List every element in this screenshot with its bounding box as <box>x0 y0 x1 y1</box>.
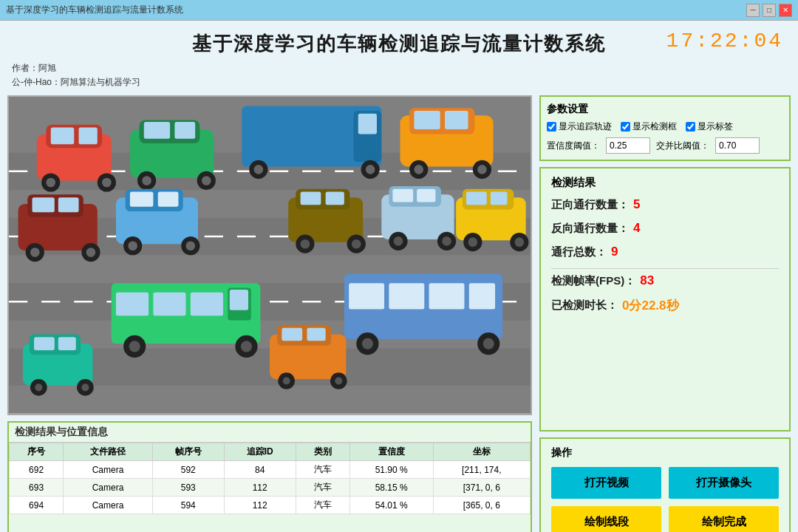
total-count-row: 通行总数： 9 <box>551 245 779 259</box>
svg-rect-33 <box>414 111 440 129</box>
cell-frame: 594 <box>152 497 224 514</box>
svg-point-23 <box>202 177 211 186</box>
right-panel: 参数设置 显示追踪轨迹 显示检测框 显示标签 <box>539 95 791 532</box>
divider <box>551 268 779 269</box>
svg-rect-56 <box>116 293 149 316</box>
open-video-button[interactable]: 打开视频 <box>551 467 661 499</box>
col-confidence: 置信度 <box>349 443 433 461</box>
svg-point-105 <box>442 236 451 246</box>
iou-input[interactable] <box>715 137 760 154</box>
table-header-row: 序号 文件路径 帧序号 追踪ID 类别 置信度 坐标 <box>10 443 531 461</box>
svg-rect-92 <box>301 192 321 205</box>
svg-rect-41 <box>33 198 55 213</box>
cell-path: Camera <box>64 497 153 514</box>
col-trackid: 追踪ID <box>224 443 296 461</box>
channel-line: 公-仲-Hao：阿旭算法与机器学习 <box>12 75 786 89</box>
col-frame: 帧序号 <box>152 443 224 461</box>
traffic-scene <box>9 97 531 414</box>
confidence-label: 置信度阈值： <box>547 140 600 152</box>
table-row: 694 Camera 594 112 汽车 54.01 % [365, 0, 6 <box>10 497 531 514</box>
maximize-button[interactable]: □ <box>763 4 776 17</box>
cell-trackid: 84 <box>224 461 296 479</box>
cell-path: Camera <box>64 461 153 479</box>
cell-frame: 593 <box>152 479 224 497</box>
reverse-count-value: 4 <box>633 221 640 236</box>
svg-point-103 <box>394 236 403 246</box>
cell-coords: [365, 0, 6 <box>433 497 530 514</box>
cell-path: Camera <box>64 479 153 497</box>
show-detection-checkbox-label[interactable]: 显示检测框 <box>621 120 677 133</box>
fps-row: 检测帧率(FPS)： 83 <box>551 273 779 288</box>
app-container: 基于深度学习的车辆检测追踪与流量计数系统 作者：阿旭 公-仲-Hao：阿旭算法与… <box>0 21 798 532</box>
svg-point-79 <box>35 384 42 392</box>
svg-rect-11 <box>79 128 98 145</box>
show-label-checkbox-label[interactable]: 显示标签 <box>686 120 733 133</box>
col-coords: 坐标 <box>433 443 530 461</box>
svg-point-62 <box>129 341 140 352</box>
threshold-row: 置信度阈值： 交并比阈值： <box>547 137 783 154</box>
minimize-button[interactable]: ─ <box>746 4 760 17</box>
svg-point-36 <box>414 165 423 174</box>
left-panel: 检测结果与位置信息 序号 文件路径 帧序号 追踪ID 类别 置信度 坐标 <box>7 95 532 532</box>
confidence-input[interactable] <box>606 137 650 154</box>
svg-rect-77 <box>58 338 76 351</box>
svg-rect-26 <box>358 114 377 134</box>
ops-grid: 打开视频 打开摄像头 绘制线段 绘制完成 <box>551 467 779 532</box>
iou-label: 交并比阈值： <box>656 140 709 152</box>
show-label-checkbox[interactable] <box>686 122 695 132</box>
cell-confidence: 58.15 % <box>349 479 433 497</box>
total-count-value: 9 <box>611 245 618 259</box>
svg-rect-58 <box>191 293 223 316</box>
svg-rect-93 <box>326 192 344 205</box>
col-path: 文件路径 <box>64 443 153 461</box>
svg-rect-57 <box>153 293 185 316</box>
total-count-label: 通行总数： <box>551 245 607 259</box>
svg-rect-76 <box>34 338 55 351</box>
svg-point-89 <box>335 378 342 385</box>
svg-rect-42 <box>58 198 79 213</box>
svg-point-81 <box>81 384 89 392</box>
open-camera-button[interactable]: 打开摄像头 <box>669 467 779 499</box>
svg-rect-66 <box>349 284 384 310</box>
cell-coords: [371, 0, 6 <box>433 479 530 497</box>
svg-point-38 <box>477 165 487 174</box>
cell-coords: [211, 174, <box>433 461 530 479</box>
fps-label: 检测帧率(FPS)： <box>551 274 635 288</box>
fps-value: 83 <box>640 273 654 288</box>
svg-rect-67 <box>389 284 424 310</box>
cell-trackid: 112 <box>224 497 296 514</box>
duration-value: 0分22.8秒 <box>622 297 679 314</box>
svg-point-13 <box>46 178 55 188</box>
svg-rect-85 <box>307 328 325 341</box>
detection-table: 序号 文件路径 帧序号 追踪ID 类别 置信度 坐标 692 Camera <box>9 443 531 514</box>
show-detection-checkbox[interactable] <box>621 122 630 132</box>
col-category: 类别 <box>296 443 349 461</box>
cell-confidence: 51.90 % <box>349 461 433 479</box>
operations-title: 操作 <box>551 446 779 460</box>
draw-complete-button[interactable]: 绘制完成 <box>669 506 779 532</box>
close-button[interactable]: ✕ <box>779 4 792 17</box>
svg-point-30 <box>366 165 375 174</box>
cell-id: 694 <box>10 497 64 514</box>
svg-rect-10 <box>51 128 75 145</box>
show-track-label: 显示追踪轨迹 <box>559 120 612 133</box>
duration-label: 已检测时长： <box>551 299 618 313</box>
cell-frame: 592 <box>152 461 224 479</box>
title-bar-controls: ─ □ ✕ <box>746 4 792 17</box>
cell-trackid: 112 <box>224 479 296 497</box>
duration-row: 已检测时长： 0分22.8秒 <box>551 297 779 314</box>
operations-section: 操作 打开视频 打开摄像头 绘制线段 绘制完成 <box>539 437 791 532</box>
show-track-checkbox-label[interactable]: 显示追踪轨迹 <box>547 120 612 133</box>
cell-category: 汽车 <box>296 461 349 479</box>
svg-point-87 <box>283 378 290 385</box>
draw-line-button[interactable]: 绘制线段 <box>551 506 661 532</box>
show-track-checkbox[interactable] <box>547 122 556 132</box>
svg-rect-18 <box>144 122 170 139</box>
svg-rect-68 <box>429 284 465 310</box>
cell-category: 汽车 <box>296 479 349 497</box>
svg-point-15 <box>102 178 112 188</box>
table-wrapper[interactable]: 序号 文件路径 帧序号 追踪ID 类别 置信度 坐标 692 Camera <box>9 443 531 532</box>
cell-category: 汽车 <box>296 497 349 514</box>
cell-id: 693 <box>10 479 64 497</box>
reverse-count-label: 反向通行数量： <box>551 222 629 236</box>
